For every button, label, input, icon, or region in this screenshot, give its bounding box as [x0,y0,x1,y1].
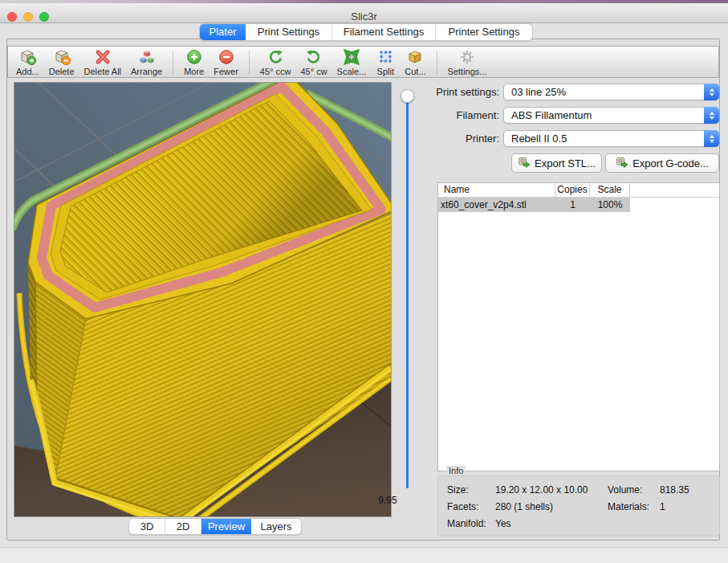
cell-object-name: xt60_cover_v2p4.stl [438,198,555,212]
toolbar-separator [249,51,250,75]
fewer-label: Fewer [214,67,238,76]
rotate-ccw-label: 45° ccw [260,67,291,76]
more-button[interactable]: More [179,48,209,76]
export-gcode-icon [616,156,628,171]
tab-printer-settings[interactable]: Printer Settings [436,24,532,40]
column-header-filler [630,183,719,197]
filament-value: ABS Fillamentum [504,108,718,123]
materials-label: Materials: [608,501,649,512]
scale-arrows-icon [342,48,361,67]
tab-3d[interactable]: 3D [129,519,165,534]
export-gcode-button[interactable]: Export G-code... [605,153,719,173]
more-plus-icon [185,48,203,67]
tab-print-settings[interactable]: Print Settings [246,24,332,40]
volume-value: 818.35 [660,484,689,496]
tab-layers[interactable]: Layers [251,519,301,534]
dropdown-stepper-icon [704,107,719,124]
view-tab-bar: 3D 2D Preview Layers [128,518,302,535]
more-label: More [184,67,204,76]
rotate-ccw-button[interactable]: 45° ccw [255,48,296,76]
delete-all-button[interactable]: Delete All [79,48,126,76]
size-value: 19.20 x 12.00 x 10.00 [495,484,588,496]
rotate-cw-label: 45° cw [300,67,327,76]
settings-button[interactable]: Settings... [443,48,492,76]
printer-label: Printer: [401,130,499,147]
export-stl-icon [518,156,531,171]
title-bar[interactable]: Slic3r [0,3,728,23]
delete-all-icon [93,48,112,67]
manifold-value: Yes [495,518,511,529]
fewer-minus-icon [218,48,235,67]
cell-object-copies: 1 [555,198,590,212]
settings-label: Settings... [448,67,487,76]
tab-2d[interactable]: 2D [165,519,201,534]
dropdown-stepper-icon [704,84,719,100]
manifold-label: Manifold: [447,518,486,529]
viewport-3d[interactable] [14,82,392,517]
filament-select[interactable]: ABS Fillamentum [503,107,719,124]
add-label: Add... [16,67,39,76]
dropdown-stepper-icon [704,130,719,147]
size-label: Size: [447,484,469,496]
split-icon [376,48,395,67]
layer-slider-value: 9.95 [371,495,405,506]
fewer-button[interactable]: Fewer [209,48,243,76]
delete-button[interactable]: Delete [44,48,79,76]
cut-label: Cut... [405,67,425,76]
scale-label: Scale... [337,67,367,76]
cut-button[interactable]: Cut... [400,48,430,76]
status-bar [0,547,728,563]
filament-label: Filament: [401,107,499,124]
export-stl-label: Export STL... [535,157,596,169]
export-gcode-label: Export G-code... [632,157,709,169]
add-box-icon [17,48,38,67]
settings-gear-icon [458,48,477,67]
split-label: Split [377,67,394,76]
cell-object-scale: 100% [590,198,630,212]
print-settings-label: Print settings: [401,84,499,100]
column-header-scale[interactable]: Scale [590,183,630,197]
toolbar: Add... Delete Delete All [7,46,719,78]
rotate-cw-icon [304,48,323,67]
print-settings-value: 03 line 25% [504,84,718,100]
arrange-label: Arrange [131,67,162,76]
delete-box-icon [51,48,72,67]
delete-all-label: Delete All [84,67,121,76]
scale-button[interactable]: Scale... [332,48,372,76]
toolbar-separator [437,51,437,75]
window-title: Slic3r [0,10,728,22]
print-settings-select[interactable]: 03 line 25% [503,84,719,100]
tab-plater[interactable]: Plater [200,24,246,40]
table-row-selected[interactable]: xt60_cover_v2p4.stl 1 100% [438,198,630,212]
cut-box-icon [405,48,425,67]
volume-label: Volume: [608,484,642,496]
add-button[interactable]: Add... [11,48,44,76]
column-header-name[interactable]: Name [438,183,555,197]
toolbar-separator [173,51,173,75]
export-stl-button[interactable]: Export STL... [511,153,602,173]
object-list-header: Name Copies Scale [438,183,719,198]
rotate-ccw-icon [266,48,285,67]
materials-value: 1 [660,501,665,512]
layer-slider-track[interactable] [406,97,409,488]
tab-filament-settings[interactable]: Filament Settings [332,24,436,40]
object-list[interactable]: Name Copies Scale xt60_cover_v2p4.stl 1 … [437,182,720,471]
printer-select[interactable]: Rebell II 0.5 [503,130,719,147]
delete-label: Delete [49,67,75,76]
arrange-button[interactable]: Arrange [126,48,167,76]
gcode-preview-scene [14,83,391,516]
info-group-title: Info [446,466,466,475]
arrange-cubes-icon [136,48,157,67]
tab-preview[interactable]: Preview [201,519,251,534]
facets-value: 280 (1 shells) [495,501,553,512]
column-header-copies[interactable]: Copies [555,183,590,197]
facets-label: Facets: [447,501,478,512]
split-button[interactable]: Split [371,48,400,76]
slic3r-window: Slic3r Plater Print Settings Filament Se… [0,0,728,563]
rotate-cw-button[interactable]: 45° cw [295,48,331,76]
main-tab-bar: Plater Print Settings Filament Settings … [199,23,533,41]
printer-value: Rebell II 0.5 [504,131,718,146]
